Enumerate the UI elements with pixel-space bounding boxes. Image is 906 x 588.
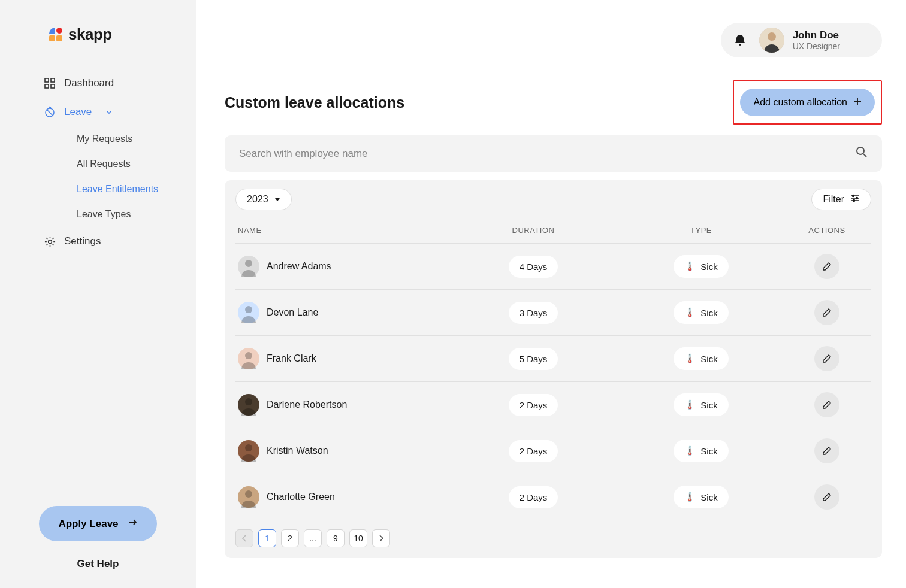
type-pill: 🌡️ Sick xyxy=(674,486,728,508)
svg-point-18 xyxy=(245,352,252,359)
add-custom-allocation-button[interactable]: Add custom allocation xyxy=(740,89,875,116)
subnav-all-requests[interactable]: All Requests xyxy=(77,151,196,177)
logo-icon xyxy=(48,27,64,43)
svg-point-17 xyxy=(245,306,252,313)
bell-icon[interactable] xyxy=(733,33,747,47)
table-row: Darlene Robertson 2 Days 🌡️ Sick xyxy=(235,381,871,428)
svg-rect-1 xyxy=(49,35,55,41)
page-ellipsis: ... xyxy=(304,529,322,547)
thermometer-icon: 🌡️ xyxy=(684,399,696,410)
type-pill: 🌡️ Sick xyxy=(674,393,728,416)
edit-button[interactable] xyxy=(814,346,839,371)
edit-button[interactable] xyxy=(814,484,839,510)
svg-point-9 xyxy=(48,240,52,243)
svg-rect-4 xyxy=(51,78,55,82)
year-selected: 2023 xyxy=(247,194,268,205)
svg-point-0 xyxy=(56,28,62,34)
employee-name: Kristin Watson xyxy=(267,445,328,456)
search-input[interactable]: Search with employee name xyxy=(225,135,882,172)
svg-point-21 xyxy=(245,490,252,498)
table-row: Charlotte Green 2 Days 🌡️ Sick xyxy=(235,474,871,520)
add-button-label: Add custom allocation xyxy=(753,97,847,108)
thermometer-icon: 🌡️ xyxy=(684,492,696,502)
logo[interactable]: skapp xyxy=(0,25,196,69)
type-pill: 🌡️ Sick xyxy=(674,440,728,462)
employee-name: Devon Lane xyxy=(267,307,318,318)
page-title: Custom leave allocations xyxy=(225,94,404,111)
svg-rect-5 xyxy=(45,84,49,88)
employee-name: Andrew Adams xyxy=(267,261,331,272)
edit-button[interactable] xyxy=(814,300,839,325)
caret-down-icon xyxy=(274,194,280,205)
thermometer-icon: 🌡️ xyxy=(684,445,696,456)
svg-point-12 xyxy=(857,147,864,154)
search-placeholder: Search with employee name xyxy=(239,148,368,160)
edit-button[interactable] xyxy=(814,254,839,279)
sidebar-item-settings[interactable]: Settings xyxy=(44,227,196,256)
duration-pill: 2 Days xyxy=(509,394,558,416)
sliders-icon xyxy=(850,194,860,205)
user-pill[interactable]: John Doe UX Designer xyxy=(721,23,882,57)
page-number-button[interactable]: 9 xyxy=(327,529,345,547)
leave-subnav: My Requests All Requests Leave Entitleme… xyxy=(44,126,196,227)
table-row: Frank Clark 5 Days 🌡️ Sick xyxy=(235,335,871,381)
type-pill: 🌡️ Sick xyxy=(674,301,728,324)
sidebar-item-label: Dashboard xyxy=(64,77,114,89)
filter-label: Filter xyxy=(823,194,844,205)
year-select[interactable]: 2023 xyxy=(235,189,292,210)
th-actions: ACTIONS xyxy=(785,226,869,235)
subnav-leave-entitlements[interactable]: Leave Entitlements xyxy=(77,177,196,202)
svg-point-13 xyxy=(853,195,854,197)
svg-line-8 xyxy=(47,110,53,116)
employee-avatar xyxy=(238,348,259,369)
subnav-my-requests[interactable]: My Requests xyxy=(77,126,196,151)
page-number-button[interactable]: 2 xyxy=(281,529,299,547)
edit-button[interactable] xyxy=(814,392,839,417)
main-nav: Dashboard Leave My Requests All Requests… xyxy=(0,69,196,256)
employee-avatar xyxy=(238,302,259,323)
page-number-button[interactable]: 1 xyxy=(258,529,276,547)
sidebar-item-dashboard[interactable]: Dashboard xyxy=(44,69,196,98)
th-type: TYPE xyxy=(617,226,785,235)
duration-pill: 5 Days xyxy=(509,348,558,370)
edit-button[interactable] xyxy=(814,438,839,463)
apply-leave-button[interactable]: Apply Leave xyxy=(39,506,156,541)
main-content: John Doe UX Designer Custom leave alloca… xyxy=(196,0,906,588)
sidebar-item-leave[interactable]: Leave xyxy=(44,98,196,126)
gear-icon xyxy=(44,235,56,247)
type-pill: 🌡️ Sick xyxy=(674,255,728,278)
type-pill: 🌡️ Sick xyxy=(674,347,728,370)
page-number-button[interactable]: 10 xyxy=(349,529,367,547)
sidebar-item-label: Leave xyxy=(64,106,92,118)
duration-pill: 2 Days xyxy=(509,486,558,508)
employee-avatar xyxy=(238,486,259,508)
apply-leave-label: Apply Leave xyxy=(58,518,118,530)
header: John Doe UX Designer xyxy=(225,0,882,57)
employee-avatar xyxy=(238,440,259,462)
filter-button[interactable]: Filter xyxy=(811,189,871,210)
svg-rect-6 xyxy=(51,84,55,88)
svg-point-19 xyxy=(245,398,252,405)
employee-name: Frank Clark xyxy=(267,353,316,364)
user-name: John Doe xyxy=(793,29,840,41)
search-icon xyxy=(856,146,868,161)
svg-point-14 xyxy=(856,198,858,199)
brand-name: skapp xyxy=(68,25,112,44)
table-card: 2023 Filter NAME DURATION TYPE ACTIONS xyxy=(225,180,882,558)
page-next-button[interactable] xyxy=(372,529,390,547)
svg-point-15 xyxy=(853,200,855,202)
pagination: 12...910 xyxy=(235,529,871,547)
table-row: Andrew Adams 4 Days 🌡️ Sick xyxy=(235,243,871,289)
subnav-leave-types[interactable]: Leave Types xyxy=(77,202,196,227)
table-row: Devon Lane 3 Days 🌡️ Sick xyxy=(235,289,871,335)
employee-name: Charlotte Green xyxy=(267,492,335,502)
avatar xyxy=(759,28,784,53)
arrow-right-icon xyxy=(127,517,138,531)
thermometer-icon: 🌡️ xyxy=(684,353,696,364)
duration-pill: 2 Days xyxy=(509,440,558,462)
table-row: Kristin Watson 2 Days 🌡️ Sick xyxy=(235,428,871,474)
svg-point-20 xyxy=(245,444,252,451)
svg-point-16 xyxy=(245,260,252,267)
chevron-down-icon xyxy=(106,106,112,118)
get-help-link[interactable]: Get Help xyxy=(36,558,160,570)
